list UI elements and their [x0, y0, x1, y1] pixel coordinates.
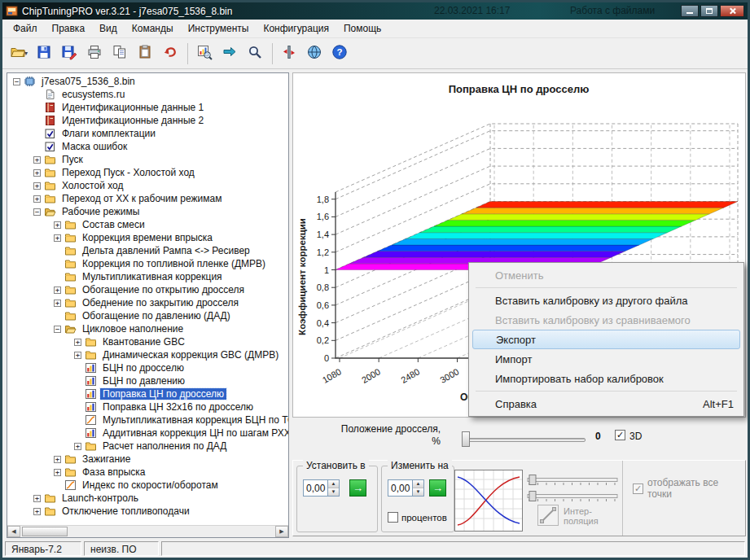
show-all-points-checkbox[interactable]: [633, 483, 643, 494]
menubar-item-0[interactable]: Файл: [6, 20, 45, 37]
tree-item-label[interactable]: Рабочие режимы: [59, 206, 142, 217]
scrollbar-track[interactable]: [20, 526, 275, 537]
toolbar-open-button[interactable]: ▾: [7, 42, 31, 66]
tree-item[interactable]: +Динамическая коррекция GBC (ДМРВ): [7, 348, 288, 361]
menubar-item-4[interactable]: Инструменты: [181, 20, 257, 37]
set-value-input[interactable]: 0,00: [303, 479, 340, 497]
scrollbar-thumb[interactable]: [22, 527, 68, 536]
set-value-spinner[interactable]: [327, 480, 339, 496]
tree-item-label[interactable]: Обогащение по давлению (ДАД): [80, 310, 233, 322]
minimize-button[interactable]: [681, 5, 699, 17]
close-button[interactable]: [720, 5, 744, 17]
tree-item-label[interactable]: Обогащение по открытию дросселя: [80, 284, 247, 295]
smoothing-slider-2[interactable]: [527, 489, 618, 503]
tree-item-label[interactable]: Поправка ЦН 32x16 по дросселю: [100, 401, 256, 413]
toolbar-undo-button[interactable]: [158, 42, 182, 66]
maximize-button[interactable]: [700, 5, 718, 17]
tree-item[interactable]: Флаги комплектации: [7, 127, 288, 140]
expand-plus-icon[interactable]: +: [74, 443, 81, 450]
tree-item-label[interactable]: Холостой ход: [59, 180, 125, 191]
tree-item-label[interactable]: Коррекция времени впрыска: [80, 232, 215, 243]
expand-plus-icon[interactable]: +: [33, 495, 41, 502]
expand-plus-icon[interactable]: +: [54, 287, 61, 294]
menubar-item-6[interactable]: Помощь: [336, 20, 388, 37]
tree-item-label[interactable]: Расчет наполнения по ДАД: [100, 440, 229, 452]
tree-item[interactable]: +Квантование GBC: [7, 335, 288, 348]
tree-item[interactable]: +Пуск: [7, 153, 288, 166]
context-menu-item[interactable]: СправкаAlt+F1: [471, 394, 742, 413]
throttle-position-slider[interactable]: [462, 431, 586, 448]
expand-plus-icon[interactable]: +: [33, 156, 41, 164]
tree-item-label[interactable]: Дельта давлений Рампа <-> Ресивер: [80, 245, 252, 256]
tree-item-label[interactable]: Флаги комплектации: [59, 128, 158, 139]
toolbar-zoom-button[interactable]: [243, 42, 267, 66]
3d-checkbox-label[interactable]: 3D: [629, 431, 642, 442]
tree-item[interactable]: Аддитивная коррекция ЦН по шагам РХХ (: [7, 427, 288, 440]
tree-item[interactable]: Маска ошибок: [7, 140, 288, 153]
toolbar-chart-preview-button[interactable]: [192, 42, 217, 66]
tree-horizontal-scrollbar[interactable]: [7, 525, 288, 537]
tree-item[interactable]: БЦН по давлению: [7, 374, 288, 387]
expand-plus-icon[interactable]: +: [54, 469, 61, 476]
toolbar-compare-button[interactable]: [217, 42, 242, 66]
tree-item[interactable]: +Фаза впрыска: [7, 466, 288, 479]
interpolation-button[interactable]: Интер- поляция: [537, 505, 599, 527]
percent-checkbox[interactable]: [388, 512, 398, 523]
tree-item-label[interactable]: Идентификационные данные 1: [59, 102, 206, 113]
toolbar-copy-button[interactable]: [107, 42, 132, 66]
collapse-minus-icon[interactable]: −: [13, 78, 20, 85]
3d-checkbox[interactable]: [615, 430, 625, 440]
titlebar[interactable]: ChipTuningPRO ver.3.21 - j7esa075_1536_8…: [2, 2, 748, 20]
tree-item-label[interactable]: j7esa075_1536_8.bin: [39, 76, 138, 87]
menubar-item-1[interactable]: Правка: [45, 20, 93, 37]
context-menu-item[interactable]: Вставить калибровку из другого файла: [471, 291, 742, 310]
expand-plus-icon[interactable]: +: [33, 182, 41, 190]
context-menu-item[interactable]: Импорт: [471, 349, 742, 369]
tree-item-label[interactable]: Пуск: [59, 154, 86, 165]
tree-item-label[interactable]: Обеднение по закрытию дросселя: [80, 297, 241, 308]
tree-item[interactable]: Поправка ЦН 32x16 по дросселю: [7, 400, 288, 413]
scroll-right-button[interactable]: [275, 526, 288, 537]
context-menu-item[interactable]: Вставить калибровку из сравниваемого: [471, 310, 742, 330]
tree-item[interactable]: −j7esa075_1536_8.bin: [7, 75, 288, 88]
scroll-left-button[interactable]: [7, 526, 20, 537]
tree-item[interactable]: +Обогащение по открытию дросселя: [7, 283, 288, 296]
tree-item-label[interactable]: Мультипликативная коррекция: [80, 271, 225, 282]
tree-item[interactable]: +Отключение топливоподачи: [7, 505, 288, 518]
tree-item[interactable]: +Коррекция времени впрыска: [7, 231, 288, 244]
change-value-spinner[interactable]: [412, 480, 423, 496]
context-menu-item[interactable]: Импортировать набор калибровок: [471, 369, 742, 388]
menubar-item-3[interactable]: Команды: [125, 20, 181, 37]
tree-item-label[interactable]: Идентификационные данные 2: [59, 115, 206, 126]
toolbar-save-button[interactable]: [32, 42, 56, 66]
dropdown-arrow-icon[interactable]: ▾: [24, 50, 28, 57]
spin-up-icon[interactable]: [413, 480, 423, 488]
tree-item[interactable]: Идентификационные данные 1: [7, 101, 288, 114]
change-value-input[interactable]: 0,00: [388, 479, 424, 497]
tree-item-label[interactable]: Мультипликативная коррекция БЦН по ТО: [100, 414, 288, 426]
tree-item-label[interactable]: Фаза впрыска: [80, 466, 148, 478]
expand-plus-icon[interactable]: +: [33, 508, 41, 515]
context-menu-item[interactable]: Экспорт: [472, 330, 740, 349]
expand-plus-icon[interactable]: +: [54, 221, 61, 229]
tree-item[interactable]: Коррекция по топливной пленке (ДМРВ): [7, 257, 288, 270]
tree-item-label[interactable]: Маска ошибок: [59, 141, 129, 152]
toolbar-online-button[interactable]: [302, 42, 327, 66]
apply-set-button[interactable]: [349, 479, 366, 497]
tree-item[interactable]: +Состав смеси: [7, 218, 288, 231]
smoothing-slider-1[interactable]: [527, 473, 618, 487]
collapse-minus-icon[interactable]: −: [33, 208, 41, 216]
tree-item-label[interactable]: Аддитивная коррекция ЦН по шагам РХХ (: [100, 427, 288, 439]
collapse-minus-icon[interactable]: −: [54, 326, 61, 333]
tree-item[interactable]: Поправка ЦН по дросселю: [7, 387, 288, 400]
spin-up-icon[interactable]: [328, 480, 339, 488]
slider-thumb[interactable]: [462, 431, 470, 447]
tree-item-label[interactable]: ecusystems.ru: [59, 89, 127, 100]
tree-item-label[interactable]: Launch-контроль: [59, 492, 141, 504]
tree-item[interactable]: Индекс по скорости/оборотам: [7, 479, 288, 492]
tree-item-label[interactable]: Динамическая коррекция GBC (ДМРВ): [100, 349, 281, 361]
expand-plus-icon[interactable]: +: [33, 195, 41, 203]
tree-item-label[interactable]: Отключение топливоподачи: [59, 505, 192, 517]
tree-item-label[interactable]: БЦН по давлению: [100, 375, 187, 387]
tree-item-label[interactable]: Поправка ЦН по дросселю: [100, 388, 226, 400]
